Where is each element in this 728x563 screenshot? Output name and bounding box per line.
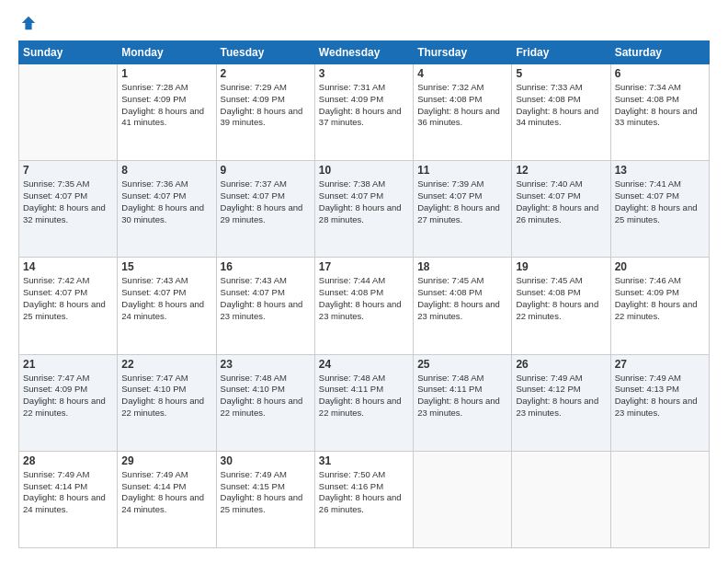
day-number: 8 <box>121 164 211 177</box>
day-number: 20 <box>615 260 705 273</box>
logo <box>18 15 37 31</box>
day-info: Sunrise: 7:48 AMSunset: 4:11 PMDaylight:… <box>319 373 409 419</box>
calendar-table: SundayMondayTuesdayWednesdayThursdayFrid… <box>18 40 710 548</box>
day-number: 13 <box>615 164 705 177</box>
day-number: 29 <box>121 454 211 467</box>
day-number: 15 <box>121 260 211 273</box>
logo-icon <box>20 15 37 31</box>
calendar-cell: 15Sunrise: 7:43 AMSunset: 4:07 PMDayligh… <box>118 258 216 354</box>
day-info: Sunrise: 7:48 AMSunset: 4:10 PMDaylight:… <box>221 373 311 419</box>
day-info: Sunrise: 7:47 AMSunset: 4:09 PMDaylight:… <box>23 373 113 419</box>
day-number: 23 <box>221 358 311 371</box>
calendar-week-3: 14Sunrise: 7:42 AMSunset: 4:07 PMDayligh… <box>19 258 710 354</box>
day-info: Sunrise: 7:48 AMSunset: 4:11 PMDaylight:… <box>417 373 507 419</box>
day-number: 22 <box>121 358 211 371</box>
day-number: 7 <box>23 164 113 177</box>
day-number: 11 <box>417 164 507 177</box>
calendar-cell: 12Sunrise: 7:40 AMSunset: 4:07 PMDayligh… <box>512 161 610 258</box>
day-info: Sunrise: 7:49 AMSunset: 4:12 PMDaylight:… <box>516 373 606 419</box>
weekday-header-row: SundayMondayTuesdayWednesdayThursdayFrid… <box>19 41 710 64</box>
calendar-cell: 9Sunrise: 7:37 AMSunset: 4:07 PMDaylight… <box>216 161 314 258</box>
day-number: 12 <box>516 164 606 177</box>
calendar-cell: 18Sunrise: 7:45 AMSunset: 4:08 PMDayligh… <box>414 258 512 354</box>
calendar-cell <box>414 451 512 547</box>
day-info: Sunrise: 7:43 AMSunset: 4:07 PMDaylight:… <box>221 275 311 322</box>
day-number: 31 <box>319 454 409 467</box>
day-number: 28 <box>23 454 113 467</box>
day-info: Sunrise: 7:40 AMSunset: 4:07 PMDaylight:… <box>516 178 606 225</box>
day-number: 16 <box>221 260 311 273</box>
day-number: 1 <box>121 67 211 80</box>
day-number: 5 <box>516 67 606 80</box>
day-number: 18 <box>417 260 507 273</box>
day-number: 21 <box>23 358 113 371</box>
calendar-cell: 28Sunrise: 7:49 AMSunset: 4:14 PMDayligh… <box>19 451 118 547</box>
day-info: Sunrise: 7:38 AMSunset: 4:07 PMDaylight:… <box>319 178 409 225</box>
calendar-week-1: 1Sunrise: 7:28 AMSunset: 4:09 PMDaylight… <box>19 64 710 161</box>
calendar-cell: 13Sunrise: 7:41 AMSunset: 4:07 PMDayligh… <box>610 161 709 258</box>
day-info: Sunrise: 7:46 AMSunset: 4:09 PMDaylight:… <box>615 275 705 322</box>
day-number: 26 <box>516 358 606 371</box>
header <box>18 15 710 31</box>
calendar-cell: 26Sunrise: 7:49 AMSunset: 4:12 PMDayligh… <box>512 354 610 451</box>
day-number: 2 <box>221 67 311 80</box>
weekday-header-tuesday: Tuesday <box>216 41 314 64</box>
weekday-header-sunday: Sunday <box>19 41 118 64</box>
svg-marker-0 <box>22 17 35 29</box>
calendar-cell: 8Sunrise: 7:36 AMSunset: 4:07 PMDaylight… <box>118 161 216 258</box>
day-number: 27 <box>615 358 705 371</box>
day-number: 10 <box>319 164 409 177</box>
calendar-cell: 23Sunrise: 7:48 AMSunset: 4:10 PMDayligh… <box>216 354 314 451</box>
calendar-week-5: 28Sunrise: 7:49 AMSunset: 4:14 PMDayligh… <box>19 451 710 547</box>
calendar-cell: 25Sunrise: 7:48 AMSunset: 4:11 PMDayligh… <box>414 354 512 451</box>
calendar-week-2: 7Sunrise: 7:35 AMSunset: 4:07 PMDaylight… <box>19 161 710 258</box>
weekday-header-thursday: Thursday <box>414 41 512 64</box>
day-info: Sunrise: 7:31 AMSunset: 4:09 PMDaylight:… <box>319 82 409 129</box>
day-number: 24 <box>319 358 409 371</box>
day-info: Sunrise: 7:49 AMSunset: 4:15 PMDaylight:… <box>221 469 311 516</box>
day-info: Sunrise: 7:28 AMSunset: 4:09 PMDaylight:… <box>121 82 211 129</box>
calendar-cell: 29Sunrise: 7:49 AMSunset: 4:14 PMDayligh… <box>118 451 216 547</box>
day-info: Sunrise: 7:49 AMSunset: 4:13 PMDaylight:… <box>615 373 705 419</box>
calendar-cell: 5Sunrise: 7:33 AMSunset: 4:08 PMDaylight… <box>512 64 610 161</box>
day-info: Sunrise: 7:39 AMSunset: 4:07 PMDaylight:… <box>417 178 507 225</box>
calendar-cell: 7Sunrise: 7:35 AMSunset: 4:07 PMDaylight… <box>19 161 118 258</box>
calendar-cell: 10Sunrise: 7:38 AMSunset: 4:07 PMDayligh… <box>314 161 413 258</box>
day-info: Sunrise: 7:49 AMSunset: 4:14 PMDaylight:… <box>23 469 113 516</box>
calendar-week-4: 21Sunrise: 7:47 AMSunset: 4:09 PMDayligh… <box>19 354 710 451</box>
calendar-cell: 4Sunrise: 7:32 AMSunset: 4:08 PMDaylight… <box>414 64 512 161</box>
page: SundayMondayTuesdayWednesdayThursdayFrid… <box>0 0 728 563</box>
calendar-cell: 20Sunrise: 7:46 AMSunset: 4:09 PMDayligh… <box>610 258 709 354</box>
day-info: Sunrise: 7:44 AMSunset: 4:08 PMDaylight:… <box>319 275 409 322</box>
calendar-cell: 30Sunrise: 7:49 AMSunset: 4:15 PMDayligh… <box>216 451 314 547</box>
day-info: Sunrise: 7:35 AMSunset: 4:07 PMDaylight:… <box>23 178 113 225</box>
calendar-cell: 14Sunrise: 7:42 AMSunset: 4:07 PMDayligh… <box>19 258 118 354</box>
day-info: Sunrise: 7:33 AMSunset: 4:08 PMDaylight:… <box>516 82 606 129</box>
day-info: Sunrise: 7:36 AMSunset: 4:07 PMDaylight:… <box>121 178 211 225</box>
day-info: Sunrise: 7:34 AMSunset: 4:08 PMDaylight:… <box>615 82 705 129</box>
calendar-cell: 11Sunrise: 7:39 AMSunset: 4:07 PMDayligh… <box>414 161 512 258</box>
day-info: Sunrise: 7:29 AMSunset: 4:09 PMDaylight:… <box>221 82 311 129</box>
day-info: Sunrise: 7:47 AMSunset: 4:10 PMDaylight:… <box>121 373 211 419</box>
day-number: 25 <box>417 358 507 371</box>
day-info: Sunrise: 7:49 AMSunset: 4:14 PMDaylight:… <box>121 469 211 516</box>
calendar-cell: 3Sunrise: 7:31 AMSunset: 4:09 PMDaylight… <box>314 64 413 161</box>
weekday-header-monday: Monday <box>118 41 216 64</box>
calendar-cell <box>610 451 709 547</box>
calendar-cell: 22Sunrise: 7:47 AMSunset: 4:10 PMDayligh… <box>118 354 216 451</box>
day-number: 6 <box>615 67 705 80</box>
calendar-cell: 16Sunrise: 7:43 AMSunset: 4:07 PMDayligh… <box>216 258 314 354</box>
day-number: 19 <box>516 260 606 273</box>
calendar-cell: 19Sunrise: 7:45 AMSunset: 4:08 PMDayligh… <box>512 258 610 354</box>
day-number: 17 <box>319 260 409 273</box>
weekday-header-saturday: Saturday <box>610 41 709 64</box>
day-info: Sunrise: 7:32 AMSunset: 4:08 PMDaylight:… <box>417 82 507 129</box>
calendar-cell: 21Sunrise: 7:47 AMSunset: 4:09 PMDayligh… <box>19 354 118 451</box>
weekday-header-wednesday: Wednesday <box>314 41 413 64</box>
day-number: 3 <box>319 67 409 80</box>
day-info: Sunrise: 7:45 AMSunset: 4:08 PMDaylight:… <box>516 275 606 322</box>
calendar-cell: 27Sunrise: 7:49 AMSunset: 4:13 PMDayligh… <box>610 354 709 451</box>
day-number: 14 <box>23 260 113 273</box>
day-number: 9 <box>221 164 311 177</box>
calendar-cell: 24Sunrise: 7:48 AMSunset: 4:11 PMDayligh… <box>314 354 413 451</box>
